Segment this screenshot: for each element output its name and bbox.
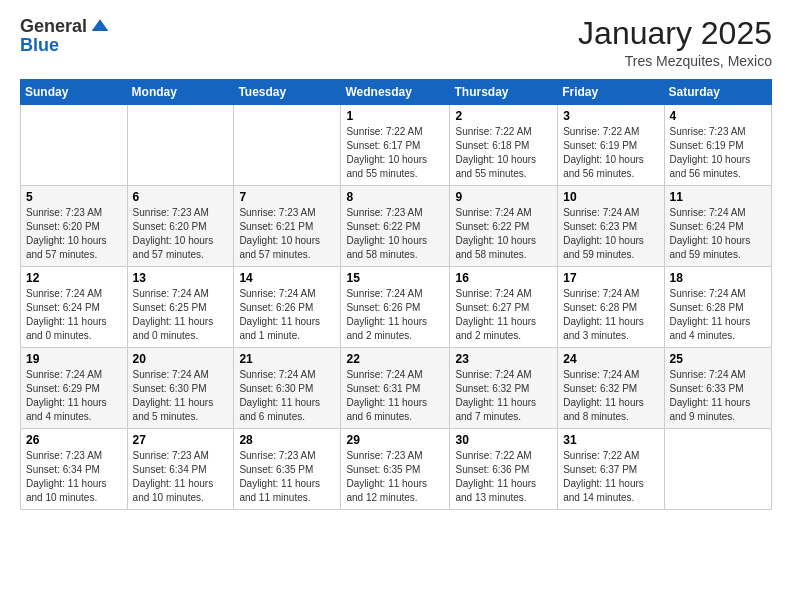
calendar-cell: 13Sunrise: 7:24 AM Sunset: 6:25 PM Dayli… [127, 267, 234, 348]
col-friday: Friday [558, 80, 664, 105]
calendar-cell: 11Sunrise: 7:24 AM Sunset: 6:24 PM Dayli… [664, 186, 771, 267]
day-number: 24 [563, 352, 658, 366]
day-number: 2 [455, 109, 552, 123]
day-info: Sunrise: 7:23 AM Sunset: 6:20 PM Dayligh… [133, 206, 229, 262]
day-number: 7 [239, 190, 335, 204]
calendar-cell: 4Sunrise: 7:23 AM Sunset: 6:19 PM Daylig… [664, 105, 771, 186]
day-number: 26 [26, 433, 122, 447]
day-number: 1 [346, 109, 444, 123]
logo: General Blue [20, 16, 110, 54]
col-tuesday: Tuesday [234, 80, 341, 105]
day-number: 14 [239, 271, 335, 285]
day-number: 31 [563, 433, 658, 447]
day-number: 17 [563, 271, 658, 285]
day-info: Sunrise: 7:24 AM Sunset: 6:33 PM Dayligh… [670, 368, 766, 424]
calendar-cell: 19Sunrise: 7:24 AM Sunset: 6:29 PM Dayli… [21, 348, 128, 429]
calendar-cell: 21Sunrise: 7:24 AM Sunset: 6:30 PM Dayli… [234, 348, 341, 429]
logo-general: General [20, 17, 87, 35]
calendar-cell: 28Sunrise: 7:23 AM Sunset: 6:35 PM Dayli… [234, 429, 341, 510]
col-monday: Monday [127, 80, 234, 105]
day-number: 13 [133, 271, 229, 285]
day-number: 4 [670, 109, 766, 123]
day-info: Sunrise: 7:24 AM Sunset: 6:24 PM Dayligh… [26, 287, 122, 343]
day-info: Sunrise: 7:24 AM Sunset: 6:30 PM Dayligh… [133, 368, 229, 424]
day-info: Sunrise: 7:22 AM Sunset: 6:19 PM Dayligh… [563, 125, 658, 181]
day-number: 9 [455, 190, 552, 204]
day-info: Sunrise: 7:22 AM Sunset: 6:36 PM Dayligh… [455, 449, 552, 505]
calendar-week-row: 5Sunrise: 7:23 AM Sunset: 6:20 PM Daylig… [21, 186, 772, 267]
calendar-cell: 2Sunrise: 7:22 AM Sunset: 6:18 PM Daylig… [450, 105, 558, 186]
calendar-cell: 24Sunrise: 7:24 AM Sunset: 6:32 PM Dayli… [558, 348, 664, 429]
logo-blue: Blue [20, 36, 59, 54]
day-number: 29 [346, 433, 444, 447]
calendar-cell: 25Sunrise: 7:24 AM Sunset: 6:33 PM Dayli… [664, 348, 771, 429]
day-info: Sunrise: 7:22 AM Sunset: 6:18 PM Dayligh… [455, 125, 552, 181]
day-info: Sunrise: 7:24 AM Sunset: 6:32 PM Dayligh… [563, 368, 658, 424]
day-number: 18 [670, 271, 766, 285]
calendar-week-row: 12Sunrise: 7:24 AM Sunset: 6:24 PM Dayli… [21, 267, 772, 348]
calendar-cell: 18Sunrise: 7:24 AM Sunset: 6:28 PM Dayli… [664, 267, 771, 348]
day-info: Sunrise: 7:24 AM Sunset: 6:27 PM Dayligh… [455, 287, 552, 343]
calendar-cell: 9Sunrise: 7:24 AM Sunset: 6:22 PM Daylig… [450, 186, 558, 267]
calendar-cell: 31Sunrise: 7:22 AM Sunset: 6:37 PM Dayli… [558, 429, 664, 510]
calendar-cell: 23Sunrise: 7:24 AM Sunset: 6:32 PM Dayli… [450, 348, 558, 429]
calendar-cell: 22Sunrise: 7:24 AM Sunset: 6:31 PM Dayli… [341, 348, 450, 429]
day-info: Sunrise: 7:24 AM Sunset: 6:26 PM Dayligh… [239, 287, 335, 343]
calendar-cell: 8Sunrise: 7:23 AM Sunset: 6:22 PM Daylig… [341, 186, 450, 267]
calendar-cell: 20Sunrise: 7:24 AM Sunset: 6:30 PM Dayli… [127, 348, 234, 429]
day-info: Sunrise: 7:24 AM Sunset: 6:29 PM Dayligh… [26, 368, 122, 424]
day-info: Sunrise: 7:24 AM Sunset: 6:23 PM Dayligh… [563, 206, 658, 262]
calendar-cell: 5Sunrise: 7:23 AM Sunset: 6:20 PM Daylig… [21, 186, 128, 267]
day-info: Sunrise: 7:23 AM Sunset: 6:22 PM Dayligh… [346, 206, 444, 262]
day-info: Sunrise: 7:24 AM Sunset: 6:25 PM Dayligh… [133, 287, 229, 343]
day-number: 19 [26, 352, 122, 366]
day-number: 27 [133, 433, 229, 447]
day-info: Sunrise: 7:23 AM Sunset: 6:20 PM Dayligh… [26, 206, 122, 262]
day-number: 28 [239, 433, 335, 447]
calendar-week-row: 26Sunrise: 7:23 AM Sunset: 6:34 PM Dayli… [21, 429, 772, 510]
page: General Blue January 2025 Tres Mezquites… [0, 0, 792, 612]
col-saturday: Saturday [664, 80, 771, 105]
header: General Blue January 2025 Tres Mezquites… [20, 16, 772, 69]
calendar-week-row: 1Sunrise: 7:22 AM Sunset: 6:17 PM Daylig… [21, 105, 772, 186]
day-info: Sunrise: 7:22 AM Sunset: 6:17 PM Dayligh… [346, 125, 444, 181]
day-number: 5 [26, 190, 122, 204]
day-info: Sunrise: 7:23 AM Sunset: 6:35 PM Dayligh… [239, 449, 335, 505]
calendar-cell [234, 105, 341, 186]
weekday-header-row: Sunday Monday Tuesday Wednesday Thursday… [21, 80, 772, 105]
calendar-cell: 26Sunrise: 7:23 AM Sunset: 6:34 PM Dayli… [21, 429, 128, 510]
calendar-cell: 6Sunrise: 7:23 AM Sunset: 6:20 PM Daylig… [127, 186, 234, 267]
calendar-cell: 16Sunrise: 7:24 AM Sunset: 6:27 PM Dayli… [450, 267, 558, 348]
calendar-table: Sunday Monday Tuesday Wednesday Thursday… [20, 79, 772, 510]
day-number: 12 [26, 271, 122, 285]
calendar-cell [664, 429, 771, 510]
calendar-cell: 30Sunrise: 7:22 AM Sunset: 6:36 PM Dayli… [450, 429, 558, 510]
day-number: 22 [346, 352, 444, 366]
day-number: 11 [670, 190, 766, 204]
day-number: 6 [133, 190, 229, 204]
svg-marker-0 [92, 19, 109, 31]
calendar-title: January 2025 [578, 16, 772, 51]
day-info: Sunrise: 7:24 AM Sunset: 6:32 PM Dayligh… [455, 368, 552, 424]
calendar-cell: 12Sunrise: 7:24 AM Sunset: 6:24 PM Dayli… [21, 267, 128, 348]
calendar-cell: 1Sunrise: 7:22 AM Sunset: 6:17 PM Daylig… [341, 105, 450, 186]
calendar-week-row: 19Sunrise: 7:24 AM Sunset: 6:29 PM Dayli… [21, 348, 772, 429]
day-info: Sunrise: 7:24 AM Sunset: 6:28 PM Dayligh… [670, 287, 766, 343]
day-info: Sunrise: 7:23 AM Sunset: 6:34 PM Dayligh… [133, 449, 229, 505]
calendar-cell [21, 105, 128, 186]
day-number: 8 [346, 190, 444, 204]
calendar-cell: 15Sunrise: 7:24 AM Sunset: 6:26 PM Dayli… [341, 267, 450, 348]
day-number: 30 [455, 433, 552, 447]
day-number: 16 [455, 271, 552, 285]
col-wednesday: Wednesday [341, 80, 450, 105]
day-info: Sunrise: 7:24 AM Sunset: 6:22 PM Dayligh… [455, 206, 552, 262]
day-info: Sunrise: 7:23 AM Sunset: 6:34 PM Dayligh… [26, 449, 122, 505]
day-number: 21 [239, 352, 335, 366]
calendar-cell: 7Sunrise: 7:23 AM Sunset: 6:21 PM Daylig… [234, 186, 341, 267]
day-number: 20 [133, 352, 229, 366]
col-thursday: Thursday [450, 80, 558, 105]
day-number: 15 [346, 271, 444, 285]
calendar-cell: 27Sunrise: 7:23 AM Sunset: 6:34 PM Dayli… [127, 429, 234, 510]
calendar-cell: 10Sunrise: 7:24 AM Sunset: 6:23 PM Dayli… [558, 186, 664, 267]
title-block: January 2025 Tres Mezquites, Mexico [578, 16, 772, 69]
